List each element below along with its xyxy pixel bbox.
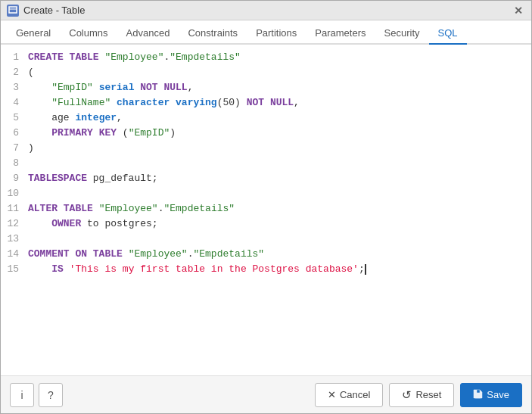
footer-right: ✕ Cancel ↺ Reset Save (315, 383, 522, 407)
code-line-4: 4 "FullName" character varying(50) NOT N… (1, 96, 531, 111)
line-number: 8 (1, 157, 28, 169)
tab-security[interactable]: Security (375, 23, 429, 45)
save-label: Save (487, 389, 509, 400)
tab-partitions[interactable]: Partitions (247, 23, 306, 45)
line-number: 13 (1, 233, 28, 244)
line-number: 9 (1, 173, 28, 184)
code-line-3: 3 "EmpID" serial NOT NULL, (1, 81, 531, 96)
tab-bar: General Columns Advanced Constraints Par… (1, 20, 531, 45)
svg-rect-0 (9, 7, 17, 13)
line-number: 12 (1, 218, 28, 229)
help-button[interactable]: ? (39, 383, 63, 407)
line-content: "EmpID" serial NOT NULL, (28, 82, 194, 93)
line-content: OWNER to postgres; (28, 218, 158, 229)
close-button[interactable]: ✕ (512, 4, 525, 17)
footer: i ? ✕ Cancel ↺ Reset Save (1, 375, 531, 413)
line-number: 2 (1, 67, 28, 78)
line-content: ALTER TABLE "Employee"."Empdetails" (28, 203, 235, 214)
tab-sql[interactable]: SQL (429, 23, 467, 45)
footer-left: i ? (10, 383, 63, 407)
line-content: TABLESPACE pg_default; (28, 173, 158, 184)
code-line-14: 14 COMMENT ON TABLE "Employee"."Empdetai… (1, 247, 531, 263)
tab-columns[interactable]: Columns (60, 23, 117, 45)
code-line-12: 12 OWNER to postgres; (1, 217, 531, 232)
save-button[interactable]: Save (460, 383, 522, 407)
code-line-1: 1 CREATE TABLE "Employee"."Empdetails" (1, 51, 531, 66)
line-number: 15 (1, 263, 28, 275)
line-number: 3 (1, 82, 28, 93)
line-content: ) (28, 142, 34, 154)
code-line-2: 2 ( (1, 66, 531, 81)
cancel-label: Cancel (340, 389, 370, 400)
line-content: ( (28, 67, 34, 78)
line-content: IS 'This is my first table in the Postgr… (28, 263, 366, 275)
tab-advanced[interactable]: Advanced (117, 23, 179, 45)
line-content: COMMENT ON TABLE "Employee"."Empdetails" (28, 248, 264, 260)
window-icon (7, 5, 19, 17)
code-line-7: 7 ) (1, 142, 531, 157)
cancel-button[interactable]: ✕ Cancel (315, 383, 383, 407)
line-content: PRIMARY KEY ("EmpID") (28, 127, 176, 139)
tab-constraints[interactable]: Constraints (179, 23, 247, 45)
line-number: 5 (1, 112, 28, 123)
reset-icon: ↺ (402, 388, 412, 402)
tab-parameters[interactable]: Parameters (306, 23, 375, 45)
code-line-10: 10 (1, 187, 531, 202)
main-window: Create - Table ✕ General Columns Advance… (0, 0, 532, 414)
code-line-8: 8 (1, 157, 531, 172)
tab-general[interactable]: General (7, 23, 60, 45)
info-button[interactable]: i (10, 383, 34, 407)
line-number: 11 (1, 203, 28, 214)
line-number: 10 (1, 188, 28, 199)
line-number: 4 (1, 97, 28, 108)
line-content: "FullName" character varying(50) NOT NUL… (28, 97, 300, 108)
save-icon (473, 389, 483, 401)
code-line-5: 5 age integer, (1, 111, 531, 126)
line-content: age integer, (28, 112, 123, 123)
reset-label: Reset (415, 389, 441, 400)
line-content: CREATE TABLE "Employee"."Empdetails" (28, 51, 241, 63)
line-number: 1 (1, 51, 28, 63)
reset-button[interactable]: ↺ Reset (389, 383, 454, 407)
code-line-11: 11 ALTER TABLE "Employee"."Empdetails" (1, 202, 531, 217)
cancel-icon: ✕ (328, 389, 336, 400)
window-title: Create - Table (23, 5, 85, 16)
code-line-9: 9 TABLESPACE pg_default; (1, 172, 531, 187)
code-line-6: 6 PRIMARY KEY ("EmpID") (1, 126, 531, 142)
sql-editor[interactable]: 1 CREATE TABLE "Employee"."Empdetails" 2… (1, 45, 531, 375)
code-line-15: 15 IS 'This is my first table in the Pos… (1, 263, 531, 278)
line-number: 7 (1, 142, 28, 154)
title-bar: Create - Table ✕ (1, 1, 531, 20)
code-line-13: 13 (1, 232, 531, 247)
title-bar-left: Create - Table (7, 5, 85, 17)
line-number: 14 (1, 248, 28, 260)
line-number: 6 (1, 127, 28, 139)
